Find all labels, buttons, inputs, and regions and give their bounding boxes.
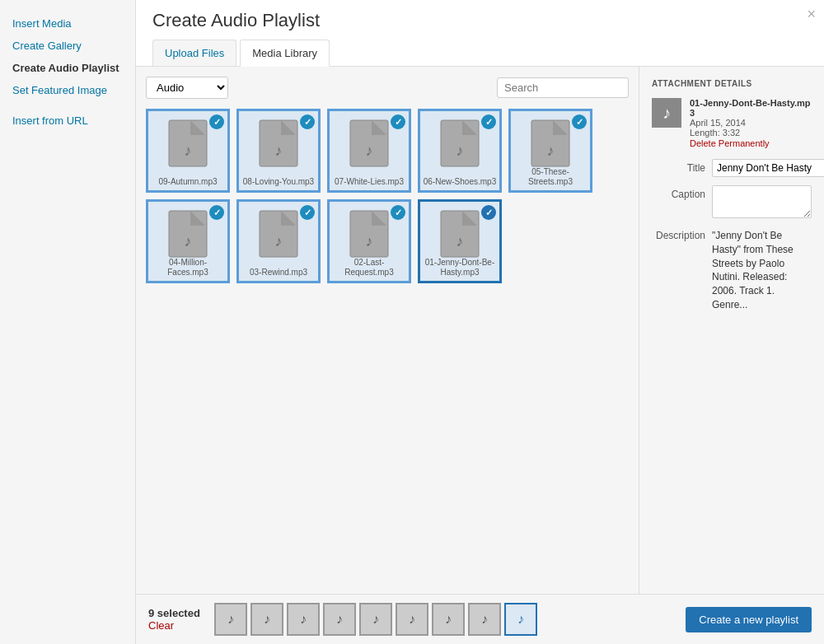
thumb-mini[interactable]: ♪ xyxy=(468,603,501,636)
svg-text:♪: ♪ xyxy=(547,142,555,159)
sidebar-item-create-gallery[interactable]: Create Gallery xyxy=(0,35,135,57)
attachment-length: Length: 3:32 xyxy=(690,128,812,138)
media-label: 03-Rewind.mp3 xyxy=(239,268,318,278)
audio-file-icon: ♪ xyxy=(439,119,480,168)
content-area: Audio ✓ ♪ xyxy=(136,67,824,594)
description-field-row: Description "Jenny Don't Be Hasty" from … xyxy=(652,226,812,312)
checkmark-icon: ✓ xyxy=(209,114,224,129)
caption-textarea[interactable] xyxy=(712,185,812,218)
selection-info: 9 selected Clear xyxy=(148,607,204,632)
type-filter[interactable]: Audio xyxy=(146,77,228,99)
checkmark-icon: ✓ xyxy=(300,114,315,129)
create-playlist-button[interactable]: Create a new playlist xyxy=(686,607,812,632)
title-field-row: Title xyxy=(652,159,812,177)
checkmark-icon: ✓ xyxy=(481,114,496,129)
attachment-date: April 15, 2014 xyxy=(690,118,812,128)
svg-text:♪: ♪ xyxy=(366,142,373,159)
media-item[interactable]: ✓ ♪ 07-White-Lies.mp3 xyxy=(327,109,411,193)
audio-file-icon: ♪ xyxy=(258,209,299,259)
svg-text:♪: ♪ xyxy=(456,233,464,250)
media-grid: ✓ ♪ 09-Autumn.mp3 xyxy=(146,109,629,584)
audio-file-icon: ♪ xyxy=(530,119,571,168)
svg-text:♪: ♪ xyxy=(366,233,373,250)
media-label: 02-Last-Request.mp3 xyxy=(330,258,409,278)
tabs: Upload Files Media Library xyxy=(152,40,808,66)
description-value: "Jenny Don't Be Hasty" from These Street… xyxy=(712,226,812,312)
title-label: Title xyxy=(652,159,705,174)
thumb-mini-active[interactable]: ♪ xyxy=(504,603,537,636)
svg-text:♪: ♪ xyxy=(275,142,283,159)
audio-file-icon: ♪ xyxy=(167,209,208,259)
attachment-preview: ♪ 01-Jenny-Dont-Be-Hasty.mp3 April 15, 2… xyxy=(652,98,812,149)
description-label: Description xyxy=(652,226,705,241)
media-item-active[interactable]: ✓ ♪ 01-Jenny-Dont-Be-Hasty.mp3 xyxy=(418,199,502,283)
sidebar-item-insert-from-url[interactable]: Insert from URL xyxy=(0,110,135,132)
sidebar: Insert Media Create Gallery Create Audio… xyxy=(0,0,136,644)
modal-window: × Insert Media Create Gallery Create Aud… xyxy=(0,0,824,644)
media-label: 04-Million-Faces.mp3 xyxy=(148,258,227,278)
svg-text:♪: ♪ xyxy=(185,233,192,250)
thumbnail-strip: ♪ ♪ ♪ ♪ ♪ ♪ ♪ ♪ ♪ xyxy=(214,603,686,636)
tab-upload-files[interactable]: Upload Files xyxy=(152,40,236,66)
tab-media-library[interactable]: Media Library xyxy=(240,40,330,67)
svg-text:♪: ♪ xyxy=(456,142,464,159)
attachment-info: 01-Jenny-Dont-Be-Hasty.mp3 April 15, 201… xyxy=(690,98,812,149)
modal-title: Create Audio Playlist xyxy=(152,10,808,31)
attachment-thumbnail: ♪ xyxy=(652,98,681,128)
thumb-mini[interactable]: ♪ xyxy=(323,603,356,636)
thumb-mini[interactable]: ♪ xyxy=(214,603,247,636)
checkmark-icon: ✓ xyxy=(300,205,315,220)
modal-body: Insert Media Create Gallery Create Audio… xyxy=(0,0,824,644)
media-label: 05-These-Streets.mp3 xyxy=(511,167,590,187)
right-panel: ATTACHMENT DETAILS ♪ 01-Jenny-Dont-Be-Ha… xyxy=(639,67,824,594)
media-item[interactable]: ✓ ♪ 09-Autumn.mp3 xyxy=(146,109,230,193)
title-input[interactable] xyxy=(712,159,824,177)
search-input[interactable] xyxy=(497,77,629,98)
delete-permanently-link[interactable]: Delete Permanently xyxy=(690,138,770,148)
checkmark-icon: ✓ xyxy=(391,114,405,129)
attachment-filename: 01-Jenny-Dont-Be-Hasty.mp3 xyxy=(690,98,812,118)
attachment-details-header: ATTACHMENT DETAILS xyxy=(652,79,812,88)
sidebar-item-insert-media[interactable]: Insert Media xyxy=(0,12,135,35)
audio-file-icon: ♪ xyxy=(258,119,299,168)
thumb-mini[interactable]: ♪ xyxy=(396,603,428,636)
media-item[interactable]: ✓ ♪ 04-Million-Faces.mp3 xyxy=(146,199,230,283)
filter-bar: Audio xyxy=(146,77,629,99)
media-label: 09-Autumn.mp3 xyxy=(148,177,227,187)
modal-footer: 9 selected Clear ♪ ♪ ♪ ♪ ♪ ♪ ♪ ♪ ♪ Creat… xyxy=(136,594,824,644)
media-label: 08-Loving-You.mp3 xyxy=(239,177,318,187)
main-content: Create Audio Playlist Upload Files Media… xyxy=(136,0,824,644)
svg-text:♪: ♪ xyxy=(275,233,283,250)
checkmark-icon: ✓ xyxy=(391,205,405,220)
media-item[interactable]: ✓ ♪ 03-Rewind.mp3 xyxy=(236,199,321,283)
audio-file-icon: ♪ xyxy=(439,209,480,259)
audio-file-icon: ♪ xyxy=(167,119,208,168)
checkmark-icon: ✓ xyxy=(481,205,496,220)
media-item[interactable]: ✓ ♪ 06-New-Shoes.mp3 xyxy=(418,109,502,193)
checkmark-icon: ✓ xyxy=(572,114,587,129)
media-label: 01-Jenny-Dont-Be-Hasty.mp3 xyxy=(420,258,499,278)
media-item[interactable]: ✓ ♪ 08-Loving-You.mp3 xyxy=(236,109,321,193)
svg-text:♪: ♪ xyxy=(185,142,192,159)
caption-label: Caption xyxy=(652,185,705,200)
media-label: 06-New-Shoes.mp3 xyxy=(420,177,499,187)
sidebar-item-create-audio-playlist[interactable]: Create Audio Playlist xyxy=(0,57,135,79)
audio-file-icon: ♪ xyxy=(349,209,390,259)
media-label: 07-White-Lies.mp3 xyxy=(330,177,409,187)
checkmark-icon: ✓ xyxy=(209,205,224,220)
thumb-mini[interactable]: ♪ xyxy=(359,603,392,636)
thumb-mini[interactable]: ♪ xyxy=(432,603,465,636)
thumb-mini[interactable]: ♪ xyxy=(287,603,320,636)
thumb-mini[interactable]: ♪ xyxy=(250,603,283,636)
close-button[interactable]: × xyxy=(807,7,816,21)
audio-file-icon: ♪ xyxy=(349,119,390,168)
modal-header: Create Audio Playlist Upload Files Media… xyxy=(136,0,824,67)
media-item[interactable]: ✓ ♪ 05-These-Streets.mp3 xyxy=(508,109,592,193)
sidebar-item-set-featured-image[interactable]: Set Featured Image xyxy=(0,79,135,101)
media-grid-section: Audio ✓ ♪ xyxy=(136,67,639,594)
clear-selection-link[interactable]: Clear xyxy=(148,619,204,632)
media-item[interactable]: ✓ ♪ 02-Last-Request.mp3 xyxy=(327,199,411,283)
caption-field-row: Caption xyxy=(652,185,812,218)
selected-count: 9 selected xyxy=(148,607,200,619)
